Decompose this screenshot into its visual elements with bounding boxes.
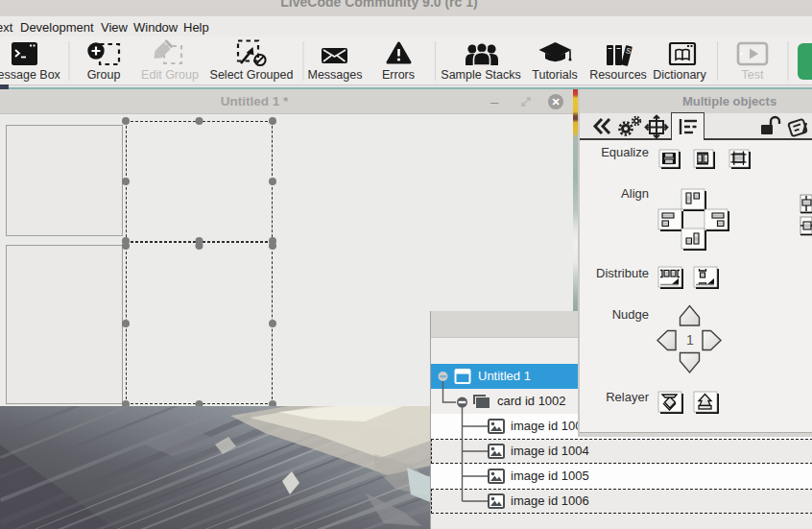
svg-text:S: S [625, 46, 632, 56]
